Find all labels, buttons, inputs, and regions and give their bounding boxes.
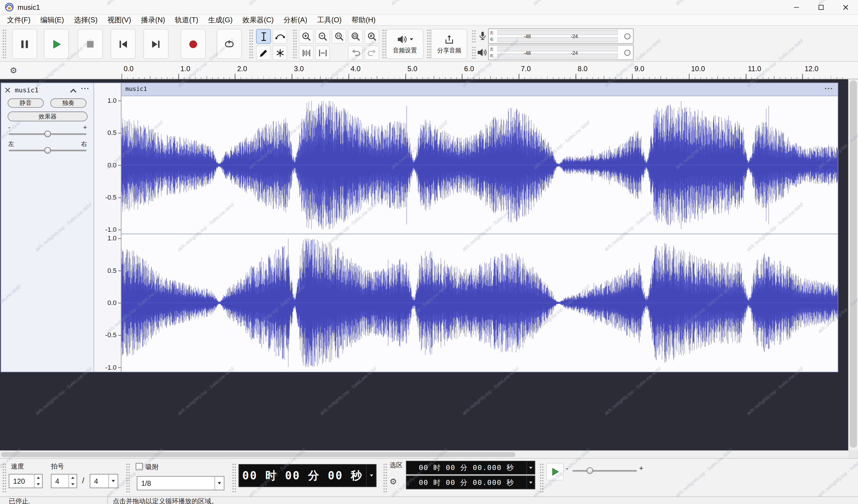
collapse-track-chevron-icon[interactable] [70, 89, 77, 95]
draw-tool-button[interactable] [256, 45, 271, 60]
selection-start-value[interactable]: 00 时 00 分 00.000 秒 [407, 462, 526, 472]
vertical-scrollbar[interactable] [848, 79, 858, 450]
audio-position-value[interactable]: 00 时 00 分 00 秒 [239, 468, 366, 483]
tools-toolbar-grip[interactable] [249, 29, 253, 59]
share-toolbar-grip[interactable] [427, 29, 431, 59]
speed-value[interactable]: 120 [9, 477, 34, 485]
spin-up-icon[interactable] [35, 474, 42, 481]
menu-item[interactable]: 编辑(E) [35, 15, 69, 25]
spin-down-icon[interactable] [35, 481, 42, 488]
volume-slider-thumb[interactable] [587, 467, 593, 474]
track-close-icon[interactable] [5, 87, 11, 93]
selection-start-display[interactable]: 00 时 00 分 00.000 秒 [406, 461, 535, 474]
vertical-scale-ruler[interactable]: 1.00.50.0-0.5-1.01.00.50.0-0.5-1.0 [94, 83, 122, 372]
skip-to-end-button[interactable] [143, 29, 169, 59]
loop-button[interactable] [217, 29, 242, 59]
time-toolbar-grip[interactable] [2, 463, 6, 492]
selection-end-value[interactable]: 00 时 00 分 00.000 秒 [407, 477, 526, 487]
close-button[interactable] [833, 0, 858, 15]
playback-meter-display[interactable]: 左 右 -48 -24 [488, 45, 634, 60]
snap-checkbox[interactable] [136, 463, 143, 470]
horizontal-scrollbar[interactable] [0, 450, 848, 458]
trim-audio-button[interactable] [299, 45, 314, 60]
speed-spinner[interactable]: 120 [9, 474, 43, 488]
redo-button[interactable] [364, 45, 379, 60]
transport-toolbar-grip[interactable] [2, 29, 6, 59]
record-button[interactable] [180, 29, 206, 59]
setup-toolbar-grip[interactable] [382, 29, 386, 59]
vertical-scrollbar-thumb[interactable] [849, 80, 857, 448]
playback-meter-grip[interactable] [472, 46, 476, 59]
envelope-tool-button[interactable] [272, 29, 287, 44]
timecode-format-caret[interactable] [366, 465, 376, 486]
undo-button[interactable] [348, 45, 363, 60]
recording-meter-display[interactable]: 左 右 -48 -24 [488, 28, 634, 44]
share-audio-button[interactable]: 分享音频 [431, 29, 467, 59]
minimize-button[interactable] [784, 0, 809, 15]
timeline-scale[interactable]: 0.01.02.03.04.05.06.07.08.09.010.011.012… [122, 62, 847, 79]
meter-options-knob[interactable] [624, 50, 630, 56]
audio-position-display[interactable]: 00 时 00 分 00 秒 [239, 464, 377, 487]
menu-item[interactable]: 效果器(C) [238, 15, 279, 25]
pause-button[interactable] [12, 29, 37, 59]
pan-slider-thumb[interactable] [44, 147, 51, 154]
gain-slider-thumb[interactable] [44, 131, 51, 137]
clip-title[interactable]: music1 [125, 85, 147, 92]
meter-options-knob[interactable] [624, 33, 630, 39]
fit-project-button[interactable] [348, 29, 363, 44]
selection-options-gear-icon[interactable]: ⚙ [390, 476, 397, 486]
play-button[interactable] [44, 29, 69, 59]
selection-toolbar-grip[interactable] [383, 463, 387, 492]
stop-button[interactable] [78, 29, 103, 59]
time-signature-upper-value[interactable]: 4 [51, 477, 68, 485]
track-menu-button[interactable]: ··· [81, 84, 90, 93]
spin-down-icon[interactable] [69, 481, 77, 488]
recording-meter-grip[interactable] [472, 30, 476, 43]
silence-audio-button[interactable] [315, 45, 330, 60]
timecode-format-caret[interactable] [526, 476, 535, 488]
zoom-in-button[interactable] [299, 29, 314, 44]
dropdown-caret[interactable] [214, 476, 224, 490]
menu-item[interactable]: 轨道(T) [170, 15, 203, 25]
menu-item[interactable]: 工具(O) [312, 15, 346, 25]
spin-up-icon[interactable] [69, 474, 77, 481]
ruler-tick-label: 12.0 [805, 65, 819, 73]
waveform-canvas[interactable] [122, 96, 838, 372]
track-name[interactable]: music1 [15, 86, 39, 94]
clip-menu-button[interactable]: ··· [825, 84, 833, 93]
time-signature-lower-dropdown[interactable]: 4 [90, 474, 118, 488]
timecode-toolbar-grip[interactable] [232, 463, 237, 492]
dropdown-caret[interactable] [109, 474, 118, 488]
menu-item[interactable]: 选择(S) [69, 15, 102, 25]
timeline-options-gear-icon[interactable]: ⚙ [10, 66, 17, 75]
effects-button[interactable]: 效果器 [8, 111, 88, 121]
audio-setup-button[interactable]: 音频设置 [386, 29, 424, 59]
multi-tool-button[interactable] [272, 45, 287, 60]
snap-dropdown[interactable]: 1/8 [137, 476, 224, 490]
play-at-speed-button[interactable] [546, 463, 563, 481]
edit-toolbar-grip[interactable] [293, 29, 297, 59]
time-signature-upper-spinner[interactable]: 4 [51, 474, 77, 488]
maximize-button[interactable] [809, 0, 833, 15]
snap-toolbar-grip[interactable] [126, 463, 130, 492]
zoom-out-button[interactable] [315, 29, 330, 44]
menu-item[interactable]: 文件(F) [2, 15, 35, 25]
menu-item[interactable]: 生成(G) [203, 15, 238, 25]
horizontal-scrollbar-thumb[interactable] [1, 452, 515, 457]
solo-button[interactable]: 独奏 [50, 98, 86, 108]
menu-item[interactable]: 帮助(H) [347, 15, 381, 25]
zoom-toggle-button[interactable] [364, 29, 379, 44]
volume-slider[interactable] [572, 470, 637, 472]
menu-item[interactable]: 分析(A) [279, 15, 312, 25]
mute-button[interactable]: 静音 [8, 98, 44, 108]
fit-selection-button[interactable] [332, 29, 347, 44]
timecode-format-caret[interactable] [526, 461, 535, 474]
play-at-speed-grip[interactable] [539, 463, 544, 492]
selection-tool-button[interactable] [256, 29, 271, 44]
timeline-ruler[interactable]: ⚙ 0.01.02.03.04.05.06.07.08.09.010.011.0… [0, 62, 858, 79]
skip-to-start-button[interactable] [111, 29, 136, 59]
selection-end-display[interactable]: 00 时 00 分 00.000 秒 [406, 476, 535, 489]
menu-item[interactable]: 视图(V) [102, 15, 136, 25]
menu-item[interactable]: 播录(N) [136, 15, 170, 25]
clip-header[interactable]: music1 ··· [122, 83, 838, 96]
